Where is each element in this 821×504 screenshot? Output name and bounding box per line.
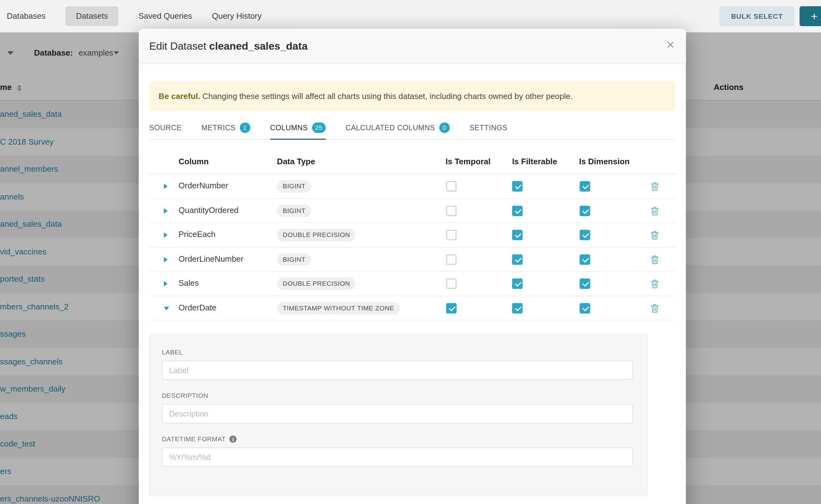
close-icon[interactable]: × (666, 38, 674, 52)
is-dimension-checkbox[interactable] (580, 181, 590, 192)
column-name: OrderLineNumber (179, 254, 244, 264)
is-temporal-header: Is Temporal (446, 157, 491, 166)
modal-body: Be careful. Changing these settings will… (139, 81, 686, 496)
nav-tab-label: Query History (212, 12, 261, 20)
tab-count-badge: 1 (240, 122, 250, 133)
nav-tab[interactable]: Databases (7, 12, 46, 21)
tab-label: METRICS (201, 123, 235, 132)
column-row: OrderNumber BIGINT (149, 174, 675, 199)
expand-caret-icon[interactable] (164, 281, 168, 286)
modal-title-dataset-name: cleaned_sales_data (209, 40, 308, 52)
tab-label: SOURCE (149, 123, 181, 132)
is-dimension-checkbox[interactable] (580, 205, 590, 216)
nav-tab[interactable]: Query History (212, 12, 261, 21)
is-temporal-checkbox[interactable] (446, 303, 457, 314)
datetime-format-label: DATETIME FORMAT (162, 435, 226, 442)
column-row: OrderDate TIMESTAMP WITHOUT TIME ZONE (149, 296, 675, 320)
is-dimension-header: Is Dimension (579, 157, 630, 166)
tab-count-badge: 25 (312, 122, 325, 133)
expand-caret-icon[interactable] (164, 208, 168, 213)
column-detail-panel: LABEL DESCRIPTION DATETIME FORMAT (149, 334, 648, 496)
modal-title-prefix: Edit Dataset (149, 40, 206, 52)
delete-column-icon[interactable] (651, 255, 659, 266)
column-name: Sales (179, 279, 199, 288)
warning-banner: Be careful. Changing these settings will… (149, 81, 675, 111)
is-filterable-checkbox[interactable] (512, 230, 523, 240)
expand-caret-icon[interactable] (164, 306, 169, 310)
description-field-label: DESCRIPTION (162, 392, 208, 399)
info-icon (229, 435, 236, 442)
column-name: OrderDate (179, 303, 216, 312)
nav-tab[interactable]: Saved Queries (138, 12, 192, 21)
column-row: QuantityOrdered BIGINT (149, 199, 675, 223)
delete-column-icon[interactable] (651, 231, 659, 242)
data-type-pill: DOUBLE PRECISION (277, 229, 356, 241)
is-temporal-checkbox[interactable] (446, 230, 457, 240)
delete-column-icon[interactable] (651, 279, 659, 290)
tab[interactable]: METRICS 1 (201, 116, 250, 140)
is-dimension-checkbox[interactable] (580, 230, 590, 240)
description-input[interactable] (162, 404, 633, 423)
data-type-pill: TIMESTAMP WITHOUT TIME ZONE (277, 302, 400, 314)
delete-column-icon[interactable] (651, 182, 659, 193)
nav-tab[interactable]: Datasets (66, 6, 119, 26)
is-filterable-header: Is Filterable (512, 157, 557, 166)
label-field-label: LABEL (162, 348, 183, 356)
tab[interactable]: SOURCE (149, 116, 181, 140)
datetime-format-input[interactable] (162, 447, 633, 467)
nav-tabs: Databases Datasets Saved Queries Query H… (7, 0, 261, 32)
is-dimension-checkbox[interactable] (580, 303, 590, 314)
label-input[interactable] (162, 361, 633, 380)
is-filterable-checkbox[interactable] (512, 254, 523, 265)
column-row: PriceEach DOUBLE PRECISION (149, 223, 675, 247)
data-type-pill: DOUBLE PRECISION (277, 277, 356, 290)
add-dataset-button[interactable]: + (799, 6, 821, 26)
tab-count-badge: 0 (439, 122, 450, 133)
is-filterable-checkbox[interactable] (512, 303, 523, 314)
tab-label: SETTINGS (470, 123, 507, 132)
is-filterable-checkbox[interactable] (512, 205, 523, 216)
columns-table-header: Column Data Type Is Temporal Is Filterab… (149, 140, 675, 174)
tab[interactable]: SETTINGS (470, 116, 507, 140)
warning-text: Changing these settings will affect all … (202, 91, 573, 100)
column-name: QuantityOrdered (179, 205, 239, 215)
is-filterable-checkbox[interactable] (512, 181, 523, 192)
edit-dataset-modal: Edit Dataset cleaned_sales_data × Be car… (139, 29, 686, 504)
tab-label: COLUMNS (270, 123, 308, 132)
column-row: OrderLineNumber BIGINT (149, 247, 675, 272)
nav-tab-label: Databases (7, 12, 46, 20)
expand-caret-icon[interactable] (164, 184, 168, 189)
data-type-pill: BIGINT (277, 253, 311, 265)
column-header: Column (179, 157, 209, 166)
is-temporal-checkbox[interactable] (446, 181, 457, 192)
nav-tab-label: Saved Queries (138, 12, 192, 20)
is-dimension-checkbox[interactable] (580, 279, 590, 289)
modal-title: Edit Dataset cleaned_sales_data (149, 40, 308, 52)
modal-tabs: SOURCE METRICS 1 COLUMNS 25 CALCUL (149, 116, 675, 140)
columns-table-rows: OrderNumber BIGINT (149, 174, 675, 320)
top-navigation: Databases Datasets Saved Queries Query H… (0, 0, 821, 32)
delete-column-icon[interactable] (651, 304, 659, 315)
tab[interactable]: CALCULATED COLUMNS 0 (345, 116, 450, 140)
data-type-pill: BIGINT (277, 204, 311, 217)
is-temporal-checkbox[interactable] (446, 254, 457, 265)
is-dimension-checkbox[interactable] (580, 254, 590, 265)
tab-label: CALCULATED COLUMNS (345, 123, 435, 132)
delete-column-icon[interactable] (651, 206, 659, 217)
expand-caret-icon[interactable] (164, 257, 168, 262)
column-name: PriceEach (179, 230, 215, 239)
app-root: Database: examples me Actions aned_sales… (0, 0, 821, 504)
warning-bold-text: Be careful. (159, 91, 200, 100)
data-type-pill: BIGINT (277, 180, 311, 193)
data-type-header: Data Type (277, 157, 315, 166)
column-row: Sales DOUBLE PRECISION (149, 272, 675, 296)
nav-tab-label: Datasets (76, 12, 108, 20)
bulk-select-button[interactable]: BULK SELECT (720, 6, 794, 26)
tab[interactable]: COLUMNS 25 (270, 116, 326, 140)
column-name: OrderNumber (179, 181, 228, 190)
is-temporal-checkbox[interactable] (446, 205, 457, 216)
modal-header: Edit Dataset cleaned_sales_data × (139, 29, 686, 64)
is-temporal-checkbox[interactable] (446, 279, 457, 289)
is-filterable-checkbox[interactable] (512, 279, 523, 289)
expand-caret-icon[interactable] (164, 232, 168, 238)
